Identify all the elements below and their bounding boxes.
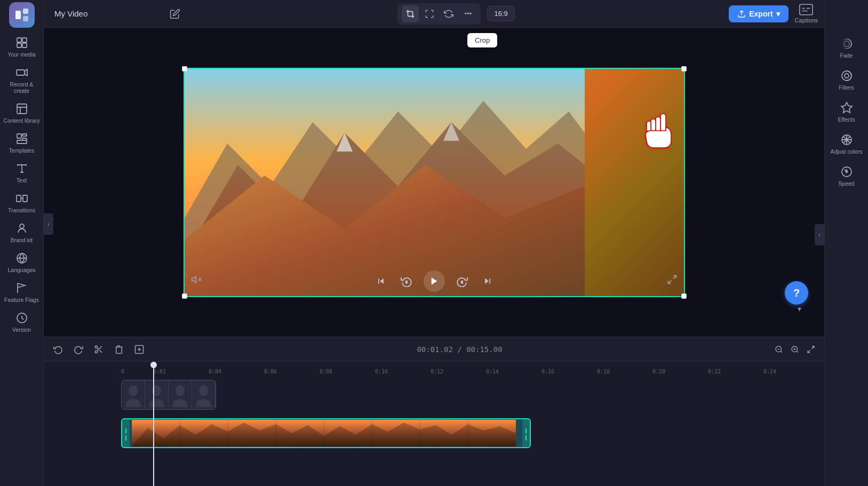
rotate-button[interactable] [440,5,457,22]
svg-point-46 [95,346,98,348]
right-sidebar-collapse-button[interactable]: › [815,224,824,245]
svg-point-69 [842,39,851,49]
sidebar-label-transitions: Transitions [8,207,35,213]
sidebar-collapse-button[interactable]: ‹ [44,213,53,235]
svg-rect-4 [22,38,27,42]
crop-handle-topleft[interactable] [182,66,187,71]
sidebar-item-version[interactable]: Version [1,307,43,336]
export-label: Export [749,10,773,18]
export-chevron: ▾ [776,10,780,18]
ruler-mark-8: 0:16 [541,369,597,375]
svg-line-51 [811,346,814,349]
right-label-filters: Filters [839,84,854,91]
right-item-effects[interactable]: Effects [827,96,866,127]
svg-point-47 [95,350,98,353]
fit-button[interactable] [421,5,438,22]
svg-point-70 [844,41,849,46]
fit-timeline-button[interactable] [804,342,818,356]
add-clip-button[interactable] [131,341,147,357]
svg-point-54 [129,385,138,396]
right-item-adjust-colors[interactable]: Adjust colors [827,128,866,159]
zoom-controls [772,342,818,356]
crop-handle-bottomleft[interactable] [182,293,187,299]
timecode-display: 00:01.02 / 00:15.00 [417,345,502,354]
timeline-content: 0 0:02 0:04 0:06 0:08 0:10 0:12 0:14 0:1… [44,362,824,486]
mute-button[interactable] [191,274,202,288]
sidebar-label-version: Version [12,326,31,333]
right-label-adjust-colors: Adjust colors [830,148,862,155]
svg-rect-13 [17,195,21,202]
total-time: 00:15.00 [466,345,502,354]
sidebar-label-text: Text [17,177,27,184]
sidebar-item-templates[interactable]: Templates [1,128,43,157]
ruler-mark-0: 0 [121,369,153,375]
app-logo[interactable] [9,2,35,28]
ruler-mark-5: 0:10 [375,369,431,375]
crop-handle-topright[interactable] [681,66,687,71]
zoom-in-button[interactable] [788,342,802,356]
svg-rect-5 [17,43,21,47]
sidebar-item-content-library[interactable]: Content library [1,98,43,127]
sidebar-item-record-create[interactable]: Record & create [1,62,43,97]
ruler-mark-11: 0:22 [708,369,763,375]
zoom-out-button[interactable] [772,342,786,356]
sidebar-item-text[interactable]: Text [1,158,43,187]
fullscreen-button[interactable] [667,274,678,288]
right-label-fade: Fade [840,52,853,59]
right-item-filters[interactable]: Filters [827,64,866,95]
svg-marker-42 [431,277,437,285]
crop-handle-bottomright[interactable] [681,293,687,299]
ruler-mark-10: 0:20 [652,369,708,375]
skip-back-button[interactable] [372,273,389,290]
captions-label: Captions [795,17,818,23]
right-item-speed[interactable]: Speed [827,160,866,191]
undo-button[interactable] [50,341,66,357]
svg-line-52 [808,350,810,353]
help-button[interactable]: ? [785,281,808,305]
current-time: 00:01.02 [417,345,452,354]
svg-point-75 [846,171,847,173]
svg-marker-38 [192,276,196,283]
track-right-handle[interactable] [522,419,530,448]
export-button[interactable]: Export ▾ [729,5,788,22]
crop-button[interactable] [402,5,419,22]
sidebar-item-brand-kit[interactable]: Brand kit [1,218,43,246]
bg-track[interactable] [121,418,531,448]
video-canvas[interactable]: 5 5 [184,68,685,297]
track-left-handle[interactable] [122,419,130,448]
sidebar-item-your-media[interactable]: Your media [1,32,43,61]
delete-button[interactable] [111,341,127,357]
rename-icon[interactable] [166,5,184,22]
help-icon: ? [793,287,800,299]
svg-rect-18 [800,4,813,15]
right-item-fade[interactable]: Fade [827,32,866,63]
main-area: ••• 16:9 Export ▾ Captions [44,0,824,486]
avatar-track[interactable] [121,380,216,410]
avatar-thumb-1 [122,380,145,410]
project-title-input[interactable] [50,7,160,20]
cut-button[interactable] [91,341,107,357]
aspect-ratio-button[interactable]: 16:9 [487,6,514,21]
ruler-mark-4: 0:08 [320,369,375,375]
help-dropdown-button[interactable]: ▾ [798,305,801,313]
sidebar-item-feature-flags[interactable]: Feature Flags [1,277,43,306]
svg-rect-3 [17,38,21,42]
fast-forward-button[interactable]: 5 [453,273,471,290]
more-dots: ••• [464,10,472,18]
sidebar-item-transitions[interactable]: Transitions [1,188,43,217]
sidebar-item-languages[interactable]: Languages [1,248,43,276]
timeline-area: 00:01.02 / 00:15.00 [44,337,824,486]
svg-text:5: 5 [461,280,463,283]
redo-button[interactable] [70,341,86,357]
sidebar-label-record-create: Record & create [10,81,34,94]
play-button[interactable] [424,270,445,292]
aspect-ratio-label: 16:9 [494,10,507,18]
captions-button[interactable]: Captions [795,4,818,23]
rewind-button[interactable]: 5 [398,273,415,290]
svg-rect-0 [15,11,21,19]
avatar-track-row [44,377,824,413]
ruler-mark-7: 0:14 [486,369,541,375]
more-button[interactable]: ••• [459,5,476,22]
top-bar: ••• 16:9 Export ▾ Captions [44,0,824,28]
skip-forward-button[interactable] [479,273,496,290]
